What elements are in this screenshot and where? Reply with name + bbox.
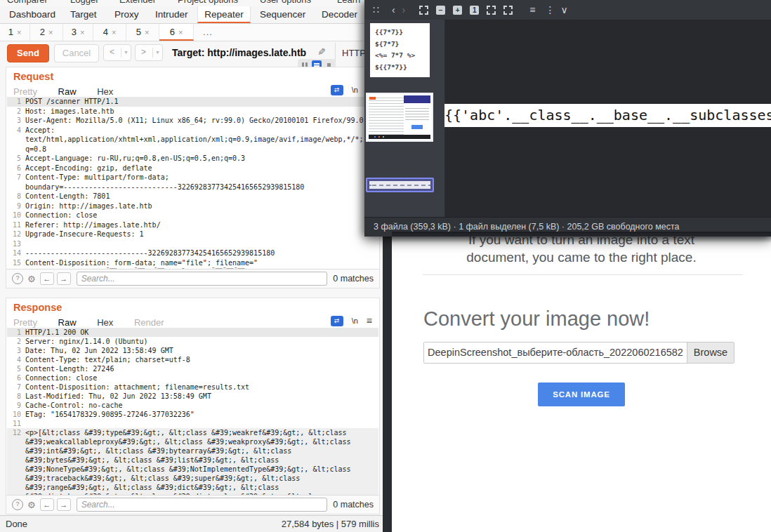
selected-payload-thumbnail[interactable] bbox=[366, 178, 434, 192]
top-tab-comparer[interactable]: Comparer bbox=[7, 0, 48, 5]
next-match-button[interactable]: → bbox=[57, 498, 71, 511]
fullscreen-icon[interactable] bbox=[503, 6, 513, 15]
history-forward-button[interactable]: > ▼ bbox=[135, 44, 163, 61]
close-tab-icon[interactable]: × bbox=[17, 28, 21, 36]
cancel-button[interactable]: Cancel bbox=[54, 44, 99, 62]
code-line: 4Content-Type: text/plain; charset=utf-8 bbox=[7, 355, 378, 364]
code-line: boundary=---------------------------3226… bbox=[7, 182, 378, 192]
thumbnail-panel: {{7*7}}${7*7}<%= 7*7 %>${{7*7}} bbox=[364, 20, 445, 218]
code-line: 2Server: nginx/1.14.0 (Ubuntu) bbox=[7, 337, 378, 346]
target-url: Target: http://images.late.htb bbox=[172, 47, 306, 58]
request-editor[interactable]: 1POST /scanner HTTP/1.12Host: images.lat… bbox=[7, 97, 378, 270]
close-tab-icon[interactable]: × bbox=[112, 28, 116, 36]
close-tab-icon[interactable]: × bbox=[48, 28, 53, 36]
burp-suite-window: ComparerLoggerExtenderProject optionsUse… bbox=[0, 0, 386, 532]
code-line: &#39;NoneType&#39;&gt;, &lt;class &#39;N… bbox=[7, 465, 378, 474]
top-tab-user-options[interactable]: User options bbox=[260, 0, 311, 5]
selected-file-name: DeepinScreenshot_выберите-область_202206… bbox=[424, 343, 687, 363]
thumb-taskbar bbox=[369, 135, 430, 139]
divider bbox=[121, 48, 121, 58]
tab-hex[interactable]: Hex bbox=[97, 317, 113, 328]
repeater-tab-5[interactable]: 5× bbox=[126, 24, 159, 41]
repeater-tab-6[interactable]: 6× bbox=[159, 24, 194, 41]
thumbnails-icon[interactable]: ≡ bbox=[529, 0, 535, 20]
tab-proxy[interactable]: Proxy bbox=[114, 6, 139, 23]
help-icon[interactable]: ? bbox=[12, 499, 23, 510]
word-wrap-icon[interactable]: ⇄ bbox=[331, 316, 343, 326]
tab-pretty[interactable]: Pretty bbox=[13, 86, 37, 97]
code-line: 13 bbox=[7, 239, 378, 249]
word-wrap-icon[interactable]: ⇄ bbox=[331, 85, 343, 95]
ssti-payload-thumbnail[interactable]: {{7*7}}${7*7}<%= 7*7 %>${{7*7}} bbox=[370, 23, 430, 77]
tab-hex[interactable]: Hex bbox=[97, 86, 113, 97]
repeater-tab-3[interactable]: 3× bbox=[63, 24, 93, 41]
tagline-line2: document, you came to the right place. bbox=[392, 250, 771, 265]
selection-frame-icon[interactable] bbox=[419, 6, 428, 15]
tab-target[interactable]: Target bbox=[70, 6, 97, 23]
editor-menu-icon[interactable]: ≡ bbox=[367, 315, 372, 326]
top-tab-logger[interactable]: Logger bbox=[70, 0, 98, 5]
code-line: &#39;weakcallableproxy&#39;&gt;, &lt;cla… bbox=[7, 437, 378, 446]
send-button[interactable]: Send bbox=[7, 44, 49, 62]
repeater-tab-overflow[interactable]: ... bbox=[194, 24, 222, 41]
dropdown-caret-icon[interactable]: ▼ bbox=[124, 50, 128, 55]
thumb-text-lines bbox=[405, 106, 429, 121]
divider bbox=[335, 43, 336, 61]
code-line: 4Accept: bbox=[7, 126, 378, 135]
top-tab-project-options[interactable]: Project options bbox=[178, 0, 238, 5]
match-count: 0 matches bbox=[333, 274, 374, 284]
browse-button[interactable]: Browse bbox=[687, 343, 734, 363]
code-line: 9Cache-Control: no-cache bbox=[7, 401, 378, 410]
dropdown-caret-icon[interactable]: ▼ bbox=[155, 50, 160, 55]
repeater-tab-1[interactable]: 1× bbox=[0, 24, 30, 41]
search-input[interactable] bbox=[77, 498, 328, 512]
more-options-icon[interactable]: ⋮ bbox=[545, 0, 555, 20]
top-tab-extender[interactable]: Extender bbox=[119, 0, 156, 5]
tab-sequencer[interactable]: Sequencer bbox=[260, 6, 305, 23]
repeater-tab-2[interactable]: 2× bbox=[30, 24, 63, 41]
top-tab-learn[interactable]: Learn bbox=[337, 0, 360, 5]
back-icon[interactable]: ‹ bbox=[392, 0, 395, 20]
show-newlines-toggle[interactable]: \n bbox=[352, 86, 358, 94]
tab-decoder[interactable]: Decoder bbox=[322, 6, 357, 23]
search-input[interactable] bbox=[77, 272, 328, 286]
close-tab-icon[interactable]: × bbox=[178, 28, 183, 36]
screenshot-thumbnail[interactable] bbox=[366, 93, 433, 142]
repeater-tab-4[interactable]: 4× bbox=[93, 24, 126, 41]
code-line: 3Date: Thu, 02 Jun 2022 13:58:49 GMT bbox=[7, 346, 378, 355]
zoom-out-icon[interactable]: − bbox=[436, 6, 445, 15]
forward-icon[interactable]: › bbox=[402, 0, 406, 20]
status-metrics: 27,584 bytes | 579 millis bbox=[282, 519, 379, 529]
file-upload-input[interactable]: DeepinScreenshot_выберите-область_202206… bbox=[423, 342, 734, 364]
code-line: 12<p>[&lt;class &#39;type&#39;&gt;, &lt;… bbox=[7, 428, 378, 437]
viewed-image-text: {{'abc'.__class__.__base__.__subclasses_… bbox=[444, 107, 771, 124]
response-editor[interactable]: 1HTTP/1.1 200 OK2Server: nginx/1.14.0 (U… bbox=[7, 328, 378, 496]
scan-image-button[interactable]: SCAN IMAGE bbox=[538, 383, 625, 406]
gear-icon[interactable]: ⚙ bbox=[27, 274, 36, 284]
gear-icon[interactable]: ⚙ bbox=[27, 500, 36, 510]
tab-render[interactable]: Render bbox=[134, 317, 164, 328]
help-icon[interactable]: ? bbox=[12, 273, 23, 284]
response-editor-icons: ⇄ \n ≡ bbox=[331, 315, 372, 326]
tab-repeater[interactable]: Repeater bbox=[197, 6, 251, 23]
code-line: 7Content-Type: multipart/form-data; bbox=[7, 173, 378, 182]
close-tab-icon[interactable]: × bbox=[145, 28, 149, 36]
prev-match-button[interactable]: ← bbox=[40, 498, 54, 511]
code-line: 11Referer: http://images.late.htb/ bbox=[7, 220, 378, 230]
tab-dashboard[interactable]: Dashboard bbox=[9, 6, 55, 23]
code-line: 12Upgrade-Insecure-Requests: 1 bbox=[7, 230, 378, 239]
close-tab-icon[interactable]: × bbox=[80, 28, 84, 36]
prev-match-button[interactable]: ← bbox=[40, 272, 54, 285]
tab-pretty[interactable]: Pretty bbox=[13, 317, 37, 328]
code-line: 5Accept-Language: ru-RU,ru;q=0.8,en-US;q… bbox=[7, 154, 378, 164]
next-match-button[interactable]: → bbox=[57, 272, 71, 285]
actual-size-icon[interactable]: 1 bbox=[470, 6, 479, 15]
history-back-button[interactable]: < ▼ bbox=[103, 44, 131, 61]
show-newlines-toggle[interactable]: \n bbox=[352, 317, 358, 325]
zoom-in-icon[interactable]: + bbox=[453, 6, 462, 15]
tab-intruder[interactable]: Intruder bbox=[155, 6, 188, 23]
expand-icon[interactable]: ∨ bbox=[560, 0, 567, 20]
edit-target-icon[interactable]: ✎ bbox=[317, 46, 326, 58]
fit-window-icon[interactable] bbox=[487, 6, 496, 15]
grid-view-icon[interactable]: ∷ bbox=[373, 0, 379, 20]
